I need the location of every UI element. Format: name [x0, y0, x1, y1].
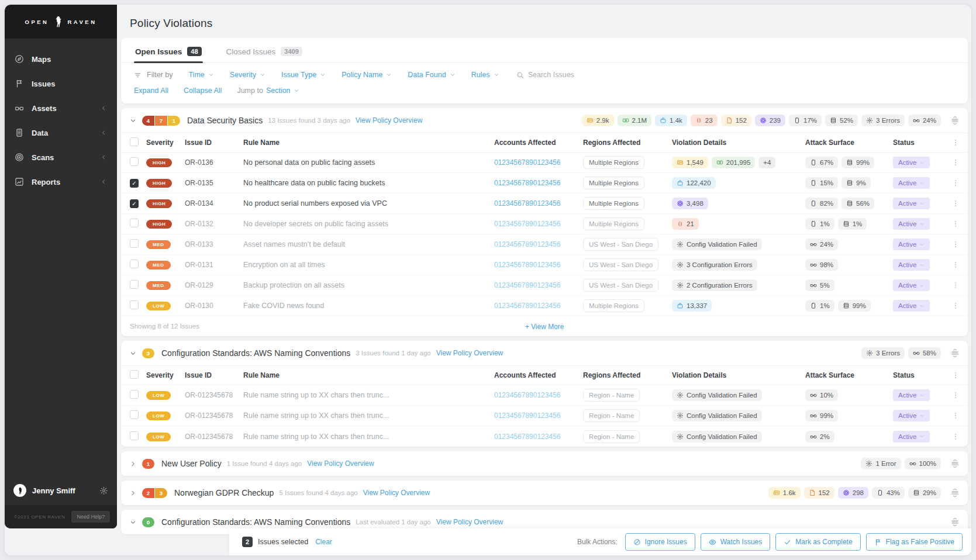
table-menu-button[interactable]: [948, 139, 963, 147]
table-header-row: SeverityIssue IDRule NameAccounts Affect…: [121, 365, 968, 385]
row-menu-button[interactable]: [948, 261, 963, 269]
status-dropdown[interactable]: Active: [893, 157, 930, 168]
row-checkbox[interactable]: [130, 280, 139, 289]
filter-dropdown-time[interactable]: Time: [188, 71, 213, 79]
chevron-down-icon[interactable]: [129, 518, 137, 526]
row-menu-button[interactable]: [948, 199, 963, 208]
row-checkbox[interactable]: ✓: [130, 199, 139, 208]
expand-all-link[interactable]: Expand All: [134, 87, 168, 95]
account-link[interactable]: 01234567890123456: [494, 199, 560, 208]
status-dropdown[interactable]: Active: [893, 177, 930, 189]
select-all-checkbox[interactable]: [130, 137, 139, 146]
chevron-down-icon[interactable]: [129, 117, 137, 125]
violation-badge: 122,420: [672, 177, 716, 189]
status-dropdown[interactable]: Active: [893, 431, 930, 443]
search-input[interactable]: [528, 71, 616, 79]
rule-name: Rule name string up to XX chars then tru…: [243, 433, 494, 441]
sidebar-item-reports[interactable]: Reports: [5, 170, 117, 194]
status-dropdown[interactable]: Active: [893, 218, 930, 230]
row-checkbox[interactable]: ✓: [130, 179, 139, 188]
sidebar-item-maps[interactable]: Maps: [5, 47, 117, 71]
account-link[interactable]: 01234567890123456: [494, 391, 560, 399]
row-menu-button[interactable]: [948, 240, 963, 248]
settings-gear-icon[interactable]: [99, 486, 108, 495]
account-link[interactable]: 01234567890123456: [494, 158, 560, 167]
status-dropdown[interactable]: Active: [893, 259, 930, 271]
row-checkbox[interactable]: [130, 410, 139, 419]
tab-open-issues[interactable]: Open Issues 48: [134, 38, 203, 63]
view-policy-overview-link[interactable]: View Policy Overview: [307, 459, 374, 468]
reorder-icon[interactable]: [950, 116, 960, 125]
row-menu-button[interactable]: [948, 391, 963, 399]
status-dropdown[interactable]: Active: [893, 389, 930, 401]
flag-as-false-positive-button[interactable]: Flag as False Positive: [866, 533, 963, 551]
watch-issues-button[interactable]: Watch Issues: [701, 533, 771, 551]
view-policy-overview-link[interactable]: View Policy Overview: [356, 116, 422, 125]
account-link[interactable]: 01234567890123456: [494, 433, 560, 441]
view-policy-overview-link[interactable]: View Policy Overview: [436, 518, 503, 526]
row-menu-button[interactable]: [948, 158, 963, 167]
severity-badge: MED: [146, 240, 171, 249]
status-dropdown[interactable]: Active: [893, 198, 930, 209]
filter-dropdown-issue-type[interactable]: Issue Type: [281, 71, 326, 79]
row-checkbox[interactable]: [130, 431, 139, 440]
mark-as-complete-button[interactable]: Mark as Complete: [775, 533, 860, 551]
sidebar-item-label: Assets: [32, 104, 57, 113]
table-menu-button[interactable]: [948, 371, 963, 379]
row-menu-button[interactable]: [948, 220, 963, 228]
row-checkbox[interactable]: [130, 390, 139, 399]
account-link[interactable]: 01234567890123456: [494, 302, 560, 310]
account-link[interactable]: 01234567890123456: [494, 281, 560, 289]
account-link[interactable]: 01234567890123456: [494, 179, 560, 187]
select-all-checkbox[interactable]: [130, 370, 139, 379]
filter-dropdown-severity[interactable]: Severity: [230, 71, 265, 79]
status-dropdown[interactable]: Active: [893, 238, 930, 250]
view-more-link[interactable]: +View More: [121, 322, 968, 331]
account-link[interactable]: 01234567890123456: [494, 412, 560, 420]
account-link[interactable]: 01234567890123456: [494, 220, 560, 228]
account-link[interactable]: 01234567890123456: [494, 261, 560, 269]
collapse-all-link[interactable]: Collapse All: [184, 87, 222, 95]
filter-dropdown-data-found[interactable]: Data Found: [408, 71, 455, 79]
view-policy-overview-link[interactable]: View Policy Overview: [436, 349, 503, 357]
reorder-icon[interactable]: [950, 348, 960, 358]
sidebar-item-assets[interactable]: Assets: [5, 96, 117, 120]
row-menu-button[interactable]: [948, 302, 963, 310]
filter-dropdown-policy-name[interactable]: Policy Name: [342, 71, 392, 79]
sidebar-item-issues[interactable]: Issues: [5, 71, 117, 96]
jump-to-section-dropdown[interactable]: Section: [266, 87, 299, 95]
policy-group-header: 3 Configuration Standards: AWS Naming Co…: [121, 341, 968, 365]
status-dropdown[interactable]: Active: [893, 410, 930, 421]
status-dropdown[interactable]: Active: [893, 279, 930, 291]
account-link[interactable]: 01234567890123456: [494, 240, 560, 248]
chevron-right-icon[interactable]: [129, 460, 137, 468]
user-row[interactable]: Jenny Smiff: [5, 477, 117, 505]
reorder-icon[interactable]: [950, 488, 960, 497]
summary-badge: 3 Errors: [861, 115, 905, 126]
reorder-icon[interactable]: [950, 517, 960, 527]
row-checkbox[interactable]: [130, 239, 139, 248]
tab-closed-issues[interactable]: Closed Issues 3409: [225, 38, 304, 63]
reorder-icon[interactable]: [950, 459, 960, 468]
need-help-button[interactable]: Need Help?: [71, 511, 110, 523]
bag-icon: [677, 302, 684, 309]
filter-dropdown-rules[interactable]: Rules: [471, 71, 499, 79]
sidebar-item-scans[interactable]: Scans: [5, 145, 117, 170]
chevron-down-icon[interactable]: [129, 350, 137, 357]
severity-badge: LOW: [146, 433, 171, 441]
row-checkbox[interactable]: [130, 260, 139, 268]
row-menu-button[interactable]: [948, 179, 963, 187]
status-dropdown[interactable]: Active: [893, 300, 930, 312]
column-header: Regions Affected: [583, 371, 672, 379]
row-menu-button[interactable]: [948, 281, 963, 289]
view-policy-overview-link[interactable]: View Policy Overview: [363, 489, 430, 497]
row-menu-button[interactable]: [948, 433, 963, 441]
chevron-right-icon[interactable]: [129, 489, 137, 497]
row-menu-button[interactable]: [948, 412, 963, 420]
row-checkbox[interactable]: [130, 300, 139, 309]
clear-selection-link[interactable]: Clear: [315, 538, 332, 546]
row-checkbox[interactable]: [130, 157, 139, 166]
row-checkbox[interactable]: [130, 219, 139, 227]
sidebar-item-data[interactable]: Data: [5, 120, 117, 145]
ignore-issues-button[interactable]: Ignore Issues: [625, 533, 695, 551]
